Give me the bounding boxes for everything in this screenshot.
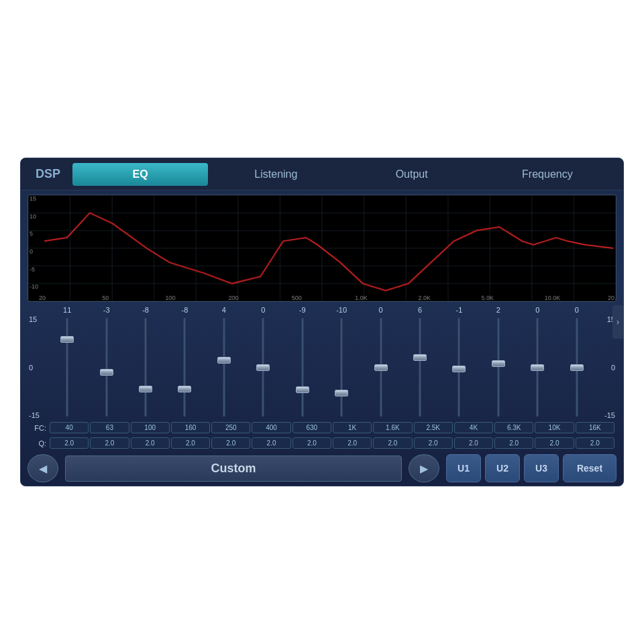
fc-box-ch14[interactable]: 16K xyxy=(576,422,614,433)
fc-box-ch7[interactable]: 630 xyxy=(292,422,331,433)
fader-channel-ch11 xyxy=(439,315,478,419)
fader-track-ch8[interactable] xyxy=(340,318,343,417)
fader-value-ch12: 2 xyxy=(479,306,518,314)
fader-area: 15 0 -15 15 0 -15 xyxy=(26,315,618,419)
fader-thumb-ch2[interactable] xyxy=(100,369,113,376)
u2-button[interactable]: U2 xyxy=(485,454,520,482)
q-box-ch11[interactable]: 2.0 xyxy=(454,437,493,449)
tab-output[interactable]: Output xyxy=(344,163,480,186)
scale-mid-left: 0 xyxy=(29,364,42,372)
fader-track-ch6[interactable] xyxy=(262,318,264,417)
scale-mid-right: 0 xyxy=(611,364,615,372)
fc-box-ch12[interactable]: 6.3K xyxy=(494,422,533,433)
fader-track-ch2[interactable] xyxy=(105,318,108,417)
q-label: Q: xyxy=(29,439,49,447)
fader-channel-ch3 xyxy=(126,315,165,419)
dsp-label: DSP xyxy=(29,167,67,181)
fader-channel-ch4 xyxy=(165,315,204,419)
fader-value-ch6: 0 xyxy=(244,306,282,314)
fc-row: FC: 40631001602504006301K1.6K2.5K4K6.3K1… xyxy=(26,421,618,435)
fader-channel-ch13 xyxy=(518,315,557,419)
fader-thumb-ch13[interactable] xyxy=(531,364,544,371)
fader-track-ch4[interactable] xyxy=(183,318,186,417)
reset-button[interactable]: Reset xyxy=(563,454,616,482)
fader-channel-ch10 xyxy=(400,315,439,419)
next-button[interactable]: ▶ xyxy=(409,454,439,482)
fc-box-ch2[interactable]: 63 xyxy=(90,422,129,433)
fader-thumb-ch9[interactable] xyxy=(374,364,388,371)
fader-channel-ch7 xyxy=(283,315,322,419)
fader-thumb-ch4[interactable] xyxy=(178,386,191,392)
fader-value-ch7: -9 xyxy=(283,306,322,314)
u3-button[interactable]: U3 xyxy=(524,454,559,482)
scale-bot-right: -15 xyxy=(604,411,615,419)
fc-box-ch3[interactable]: 100 xyxy=(131,422,170,433)
fader-thumb-ch3[interactable] xyxy=(139,386,152,392)
fc-box-ch6[interactable]: 400 xyxy=(252,422,290,433)
fader-track-ch10[interactable] xyxy=(419,318,421,417)
fader-thumb-ch11[interactable] xyxy=(452,366,466,372)
fader-thumb-ch6[interactable] xyxy=(256,364,270,371)
fc-box-ch10[interactable]: 2.5K xyxy=(414,422,453,433)
q-box-ch13[interactable]: 2.0 xyxy=(535,437,574,449)
side-arrow-button[interactable]: › xyxy=(612,305,623,339)
fader-track-ch11[interactable] xyxy=(458,318,460,417)
fader-track-ch12[interactable] xyxy=(497,318,500,417)
fader-track-ch7[interactable] xyxy=(301,318,304,417)
fc-box-ch4[interactable]: 160 xyxy=(171,422,210,433)
fc-box-ch1[interactable]: 40 xyxy=(50,422,89,433)
fader-value-ch2: -3 xyxy=(87,306,125,314)
q-box-ch2[interactable]: 2.0 xyxy=(90,437,129,449)
q-box-ch12[interactable]: 2.0 xyxy=(494,437,533,449)
fc-box-ch8[interactable]: 1K xyxy=(333,422,372,433)
fc-box-ch11[interactable]: 4K xyxy=(454,422,493,433)
tab-listening[interactable]: Listening xyxy=(208,163,343,186)
preset-label[interactable]: Custom xyxy=(65,455,402,482)
q-box-ch4[interactable]: 2.0 xyxy=(171,437,210,449)
q-box-ch3[interactable]: 2.0 xyxy=(131,437,170,449)
tab-bar: DSP EQ Listening Output Frequency xyxy=(21,158,623,191)
q-box-ch5[interactable]: 2.0 xyxy=(211,437,250,449)
fader-channel-ch9 xyxy=(361,315,400,419)
fader-thumb-ch14[interactable] xyxy=(570,364,584,371)
q-box-ch9[interactable]: 2.0 xyxy=(373,437,412,449)
fc-box-ch9[interactable]: 1.6K xyxy=(373,422,412,433)
fader-section: 11-3-8-840-9-1006-1200 15 0 -15 15 0 -15 xyxy=(21,306,623,450)
fader-track-ch3[interactable] xyxy=(144,318,147,417)
fader-track-ch14[interactable] xyxy=(576,318,578,417)
fader-value-ch14: 0 xyxy=(557,306,596,314)
q-box-ch8[interactable]: 2.0 xyxy=(333,437,372,449)
fader-thumb-ch8[interactable] xyxy=(335,390,348,396)
fader-track-ch9[interactable] xyxy=(380,318,382,417)
fader-value-ch1: 11 xyxy=(48,306,87,314)
fader-value-ch8: -10 xyxy=(322,306,361,314)
prev-button[interactable]: ◀ xyxy=(28,454,58,482)
fader-thumb-ch12[interactable] xyxy=(492,360,505,367)
fader-thumb-ch10[interactable] xyxy=(413,354,427,361)
eq-curve-canvas[interactable] xyxy=(28,195,616,301)
q-box-ch7[interactable]: 2.0 xyxy=(292,437,331,449)
fader-channel-ch6 xyxy=(244,315,282,419)
fader-thumb-ch7[interactable] xyxy=(296,386,309,393)
fader-track-ch13[interactable] xyxy=(536,318,539,417)
q-values: 2.02.02.02.02.02.02.02.02.02.02.02.02.02… xyxy=(49,437,615,449)
fader-value-ch3: -8 xyxy=(126,306,165,314)
u1-button[interactable]: U1 xyxy=(446,454,481,482)
tab-eq[interactable]: EQ xyxy=(72,163,208,186)
fader-track-ch5[interactable] xyxy=(223,318,225,417)
scale-bot-left: -15 xyxy=(29,411,42,419)
fader-thumb-ch1[interactable] xyxy=(60,336,74,343)
fc-box-ch13[interactable]: 10K xyxy=(535,422,574,433)
q-box-ch14[interactable]: 2.0 xyxy=(576,437,614,449)
scale-top-left: 15 xyxy=(29,315,42,323)
fader-track-ch1[interactable] xyxy=(66,318,68,417)
q-box-ch10[interactable]: 2.0 xyxy=(414,437,453,449)
fc-label: FC: xyxy=(29,424,49,432)
fc-box-ch5[interactable]: 250 xyxy=(211,422,250,433)
tab-frequency[interactable]: Frequency xyxy=(480,163,615,186)
fader-thumb-ch5[interactable] xyxy=(217,357,231,364)
fader-value-ch10: 6 xyxy=(400,306,439,314)
q-box-ch6[interactable]: 2.0 xyxy=(252,437,290,449)
bottom-controls: ◀ Custom ▶ U1 U2 U3 Reset xyxy=(21,451,623,485)
q-box-ch1[interactable]: 2.0 xyxy=(50,437,89,449)
